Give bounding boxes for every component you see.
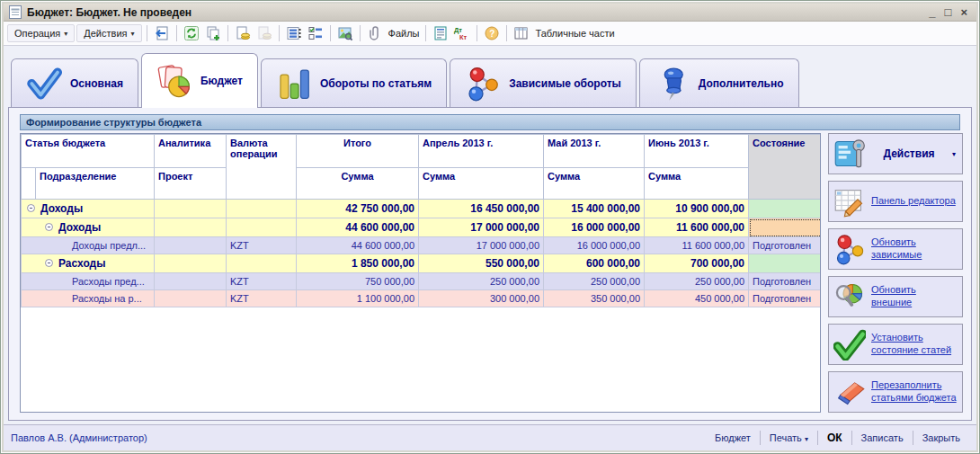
set-state-button[interactable]: Установить состояние статей [828, 324, 963, 365]
amount-cell[interactable]: 550 000,00 [419, 254, 544, 273]
col-header-summa[interactable]: Сумма [645, 168, 749, 200]
budget-item-cell[interactable]: Расходы [22, 254, 155, 273]
refill-items-button[interactable]: Перезаполнить статьями бюджета [828, 371, 963, 413]
refresh-dependent-button[interactable]: Обновить зависимые [828, 228, 963, 270]
analytics-cell[interactable] [155, 254, 227, 273]
tab-byudzhet[interactable]: Бюджет [141, 53, 258, 108]
amount-cell[interactable]: 42 750 000,00 [297, 200, 419, 218]
tab-oboroty-po-statyam[interactable]: Обороты по статьям [261, 58, 447, 107]
amount-cell[interactable]: 10 900 000,00 [645, 200, 749, 218]
amount-cell[interactable]: 1 850 000,00 [297, 254, 419, 273]
analytics-cell[interactable] [155, 200, 227, 218]
unpost-document-icon[interactable] [254, 24, 274, 43]
amount-cell[interactable]: 44 600 000,00 [297, 237, 419, 254]
amount-cell[interactable]: 17 000 000,00 [419, 218, 544, 237]
document-journal-icon[interactable] [431, 24, 450, 43]
status-cell[interactable] [749, 200, 821, 218]
checklist-settings-icon[interactable] [306, 24, 325, 43]
amount-cell[interactable]: 16 000 000,00 [544, 218, 645, 237]
dt-kt-icon[interactable]: ДтКт [452, 24, 472, 43]
actions-menu-button[interactable]: Действия▾ [76, 24, 141, 42]
paperclip-icon[interactable] [365, 24, 385, 43]
status-cell[interactable] [749, 254, 821, 273]
table-parts-icon[interactable] [512, 24, 531, 43]
currency-cell[interactable] [227, 200, 297, 218]
budget-footer-button[interactable]: Бюджет [706, 430, 760, 446]
analytics-cell[interactable] [155, 218, 227, 237]
currency-cell[interactable]: KZT [227, 290, 297, 307]
col-header-analitika[interactable]: Аналитика [155, 135, 227, 168]
amount-cell[interactable]: 11 600 000,00 [645, 237, 749, 254]
amount-cell[interactable]: 11 600 000,00 [645, 218, 749, 237]
tab-dopolnitelno[interactable]: Дополнительно [639, 58, 799, 107]
currency-cell[interactable] [227, 254, 297, 273]
col-header-summa[interactable]: Сумма [419, 168, 544, 200]
amount-cell[interactable]: 1 100 000,00 [297, 290, 419, 307]
collapse-icon[interactable] [45, 223, 53, 231]
picture-report-icon[interactable] [335, 24, 355, 43]
currency-cell[interactable]: KZT [227, 273, 297, 290]
files-button[interactable]: Файлы [387, 28, 422, 39]
amount-cell[interactable]: 600 000,00 [544, 254, 645, 273]
col-header-may[interactable]: Май 2013 г. [544, 135, 645, 168]
col-header-podrazdelenie[interactable]: Подразделение [36, 168, 155, 200]
help-icon[interactable]: ? [482, 24, 502, 43]
col-header-proekt[interactable]: Проект [155, 168, 227, 200]
close-button[interactable]: × [960, 6, 967, 19]
list-settings-icon[interactable] [284, 24, 304, 43]
amount-cell[interactable]: 750 000,00 [297, 273, 419, 290]
col-header-statya[interactable]: Статья бюджета [22, 135, 155, 168]
col-header-april[interactable]: Апрель 2013 г. [419, 135, 544, 168]
operation-menu-button[interactable]: Операция▾ [7, 24, 75, 42]
refresh-icon[interactable] [182, 24, 201, 43]
maximize-button[interactable]: □ [945, 6, 952, 19]
table-parts-button[interactable]: Табличные части [533, 28, 616, 39]
amount-cell[interactable]: 450 000,00 [645, 290, 749, 307]
collapse-icon[interactable] [27, 204, 35, 212]
amount-cell[interactable]: 350 000,00 [544, 290, 645, 307]
actions-button[interactable]: Действия ▾ [828, 133, 963, 174]
budget-item-cell[interactable]: Доходы предл... [22, 237, 155, 254]
col-header-valyuta[interactable]: Валюта операции [227, 135, 297, 200]
post-document-icon[interactable] [233, 24, 253, 43]
navigate-document-icon[interactable] [152, 24, 172, 43]
amount-cell[interactable]: 700 000,00 [645, 254, 749, 273]
refresh-external-button[interactable]: Обновить внешние [828, 276, 963, 317]
budget-item-cell[interactable]: Доходы [22, 218, 155, 237]
col-header-itogo[interactable]: Итого [297, 135, 419, 168]
col-header-june[interactable]: Июнь 2013 г. [645, 135, 749, 168]
col-header-summa[interactable]: Сумма [544, 168, 645, 200]
save-button[interactable]: Записать [852, 430, 913, 446]
analytics-cell[interactable] [155, 273, 227, 290]
amount-cell[interactable]: 250 000,00 [419, 273, 544, 290]
col-header-sostoyanie[interactable]: Состояние [749, 135, 821, 200]
status-cell-selected[interactable] [749, 218, 821, 237]
amount-cell[interactable]: 250 000,00 [544, 273, 645, 290]
col-header-summa[interactable]: Сумма [297, 168, 419, 200]
amount-cell[interactable]: 250 000,00 [645, 273, 749, 290]
status-cell[interactable]: Подготовлен [749, 237, 821, 254]
budget-item-cell[interactable]: Расходы на р... [22, 290, 155, 307]
currency-cell[interactable]: KZT [227, 237, 297, 254]
tab-osnovnaya[interactable]: Основная [11, 58, 138, 107]
analytics-cell[interactable] [155, 290, 227, 307]
amount-cell[interactable]: 16 000 000,00 [544, 237, 645, 254]
close-form-button[interactable]: Закрыть [913, 430, 969, 446]
print-footer-button[interactable]: Печать ▾ [761, 430, 817, 446]
budget-item-cell[interactable]: Расходы пред... [22, 273, 155, 290]
amount-cell[interactable]: 16 450 000,00 [419, 200, 544, 218]
editor-panel-button[interactable]: Панель редактора [828, 181, 963, 222]
tab-zavisimye-oboroty[interactable]: Зависимые обороты [450, 58, 637, 107]
currency-cell[interactable] [227, 218, 297, 237]
collapse-icon[interactable] [45, 259, 53, 267]
status-cell[interactable]: Подготовлен [749, 290, 821, 307]
amount-cell[interactable]: 44 600 000,00 [297, 218, 419, 237]
amount-cell[interactable]: 15 400 000,00 [544, 200, 645, 218]
budget-item-cell[interactable]: Доходы [22, 200, 155, 218]
ok-button[interactable]: ОК [818, 429, 851, 447]
amount-cell[interactable]: 17 000 000,00 [419, 237, 544, 254]
copy-add-icon[interactable] [203, 24, 223, 43]
analytics-cell[interactable] [155, 237, 227, 254]
status-cell[interactable]: Подготовлен [749, 273, 821, 290]
amount-cell[interactable]: 300 000,00 [419, 290, 544, 307]
